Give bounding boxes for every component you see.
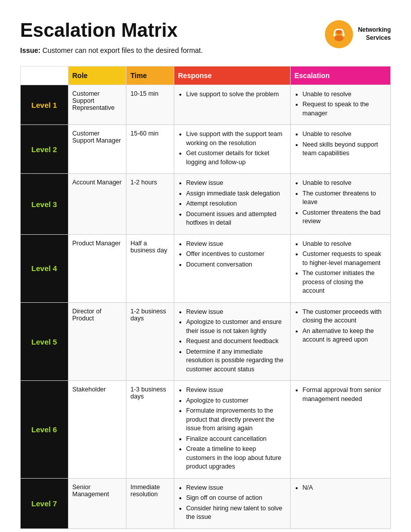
level-cell: Level 2 [21, 125, 68, 174]
col-response: Response [174, 66, 290, 85]
list-item: Review issue [186, 240, 286, 249]
company-name-text: NetworkingServices [358, 26, 391, 41]
role-cell: Senior Management [68, 478, 126, 528]
escalation-cell: Unable to resolveRequest to speak to the… [290, 85, 391, 125]
time-cell: 1-3 business days [126, 381, 174, 479]
list-item: Document issues and attempted hotfixes i… [186, 210, 286, 228]
col-time: Time [126, 66, 174, 85]
list-item: The customer initiates the process of cl… [303, 269, 387, 296]
time-cell: 10-15 min [126, 85, 174, 125]
response-cell: Review issueOffer incentives to customer… [174, 234, 290, 302]
company-name: NetworkingServices [358, 26, 391, 42]
time-cell: 1-2 business days [126, 302, 174, 381]
list-item: Assign immediate task delegation [186, 189, 286, 198]
svg-point-2 [334, 35, 344, 41]
response-cell: Live support to solve the problem [174, 85, 290, 125]
list-item: The customer threatens to leave [303, 189, 387, 207]
level-cell: Level 5 [21, 302, 68, 381]
issue-label: Issue: [20, 46, 40, 54]
response-cell: Review issueApologize to customer and en… [174, 302, 290, 381]
list-item: Unable to resolve [303, 179, 387, 188]
table-row: Level 3Account Manager1-2 hoursReview is… [21, 174, 391, 235]
list-item: Unable to resolve [303, 240, 387, 249]
svg-rect-4 [342, 33, 345, 36]
role-cell: Account Manager [68, 174, 126, 235]
list-item: Review issue [186, 484, 286, 493]
table-row: Level 5Director of Product1-2 business d… [21, 302, 391, 381]
list-item: Attempt resolution [186, 200, 286, 209]
list-item: Customer requests to speak to higher-lev… [303, 250, 387, 268]
list-item: N/A [303, 484, 387, 493]
list-item: The customer proceeds with closing the a… [303, 308, 387, 325]
list-item: Unable to resolve [303, 90, 387, 99]
list-item: Review issue [186, 179, 286, 188]
escalation-cell: The customer proceeds with closing the a… [290, 302, 391, 381]
time-cell: Immediate resolution [126, 478, 174, 528]
table-row: Level 1Customer Support Representative10… [21, 85, 391, 125]
time-cell: 1-2 hours [126, 174, 174, 235]
list-item: Determine if any immediate resolution is… [186, 348, 286, 374]
issue-description: Issue: Customer can not export files to … [20, 45, 203, 56]
list-item: Sign off on course of action [186, 494, 286, 503]
list-item: Unable to resolve [303, 130, 387, 139]
list-item: Offer incentives to customer [186, 250, 286, 259]
issue-text: Customer can not export files to the des… [42, 46, 202, 54]
escalation-cell: Unable to resolveThe customer threatens … [290, 174, 391, 235]
list-item: Get customer details for ticket logging … [186, 149, 286, 167]
table-header: Role Time Response Escalation [21, 66, 391, 85]
level-cell: Level 3 [21, 174, 68, 235]
level-cell: Level 7 [21, 478, 68, 528]
svg-rect-3 [333, 33, 335, 36]
level-cell: Level 6 [21, 381, 68, 479]
list-item: An alternative to keep the account is ag… [303, 327, 387, 345]
list-item: Apologize to customer [186, 396, 286, 406]
response-cell: Review issueAssign immediate task delega… [174, 174, 290, 235]
list-item: Request and document feedback [186, 337, 286, 346]
time-cell: Half a business day [126, 234, 174, 302]
escalation-table: Role Time Response Escalation Level 1Cus… [20, 66, 391, 529]
col-role: Role [68, 66, 126, 85]
role-cell: Customer Support Manager [68, 125, 126, 174]
header-left: Escalation Matrix Issue: Customer can no… [20, 20, 203, 56]
response-cell: Review issueApologize to customerFormula… [174, 381, 290, 479]
level-cell: Level 4 [21, 234, 68, 302]
escalation-cell: Unable to resolveCustomer requests to sp… [290, 234, 391, 302]
response-cell: Review issueSign off on course of action… [174, 478, 290, 528]
escalation-cell: N/A [290, 478, 391, 528]
table-row: Level 6Stakeholder1-3 business daysRevie… [21, 381, 391, 479]
level-cell: Level 1 [21, 85, 68, 125]
page-title: Escalation Matrix [20, 20, 203, 41]
table-row: Level 2Customer Support Manager15-60 min… [21, 125, 391, 174]
logo-area: NetworkingServices [325, 20, 391, 48]
time-cell: 15-60 min [126, 125, 174, 174]
list-item: Formal approval from senior management n… [303, 386, 387, 404]
list-item: Live support with the support team worki… [186, 130, 286, 148]
list-item: Finalize account cancellation [186, 435, 286, 444]
list-item: Apologize to customer and ensure their i… [186, 318, 286, 336]
list-item: Review issue [186, 386, 286, 395]
role-cell: Stakeholder [68, 381, 126, 479]
col-escalation: Escalation [290, 66, 391, 85]
list-item: Need skills beyond support team capabili… [303, 141, 387, 158]
escalation-cell: Formal approval from senior management n… [290, 381, 391, 479]
table-body: Level 1Customer Support Representative10… [21, 85, 391, 528]
list-item: Customer threatens the bad review [303, 209, 387, 226]
col-level [21, 66, 68, 85]
escalation-cell: Unable to resolveNeed skills beyond supp… [290, 125, 391, 174]
list-item: Consider hiring new talent to solve the … [186, 504, 286, 522]
role-cell: Product Manager [68, 234, 126, 302]
list-item: Formulate improvements to the product th… [186, 407, 286, 433]
role-cell: Director of Product [68, 302, 126, 381]
list-item: Document conversation [186, 260, 286, 270]
list-item: Request to speak to the manager [303, 100, 387, 118]
table-row: Level 7Senior ManagementImmediate resolu… [21, 478, 391, 528]
list-item: Create a timeline to keep customers in t… [186, 445, 286, 472]
header-row: Role Time Response Escalation [21, 66, 391, 85]
table-row: Level 4Product ManagerHalf a business da… [21, 234, 391, 302]
response-cell: Live support with the support team worki… [174, 125, 290, 174]
list-item: Live support to solve the problem [186, 90, 286, 99]
list-item: Review issue [186, 308, 286, 317]
role-cell: Customer Support Representative [68, 85, 126, 125]
page-header: Escalation Matrix Issue: Customer can no… [20, 20, 391, 56]
logo-icon [325, 20, 353, 48]
